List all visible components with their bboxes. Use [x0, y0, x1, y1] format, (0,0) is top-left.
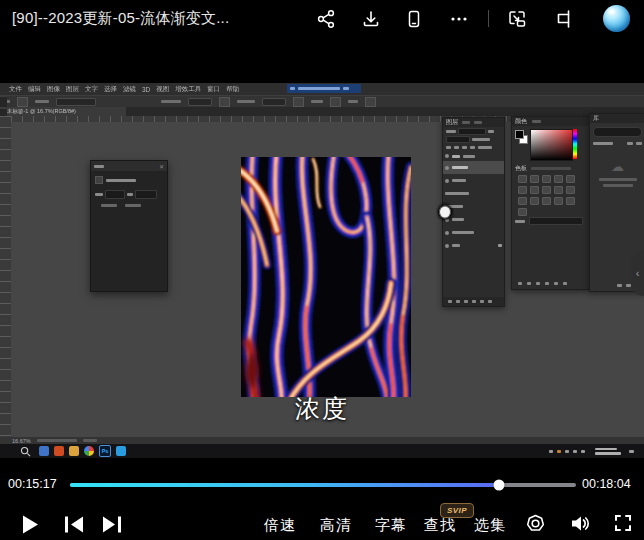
- header-separator: [488, 10, 489, 27]
- share-icon: [316, 9, 336, 29]
- next-icon: [102, 516, 122, 533]
- layers-panel-title: 图层: [446, 118, 458, 127]
- cast-icon: [553, 8, 575, 30]
- ps-menu-item: 视图: [156, 85, 169, 94]
- total-duration: 00:18:04: [582, 477, 631, 491]
- fullscreen-icon: [614, 514, 632, 532]
- play-icon: [22, 515, 39, 534]
- fg-bg-swatches: [515, 130, 527, 144]
- quality-button[interactable]: 高清: [320, 516, 352, 535]
- ps-document-tab: 未标题-1 @ 16.7%(RGB/8#): [4, 107, 126, 116]
- windows-taskbar: Ps: [0, 444, 644, 458]
- swatches-panel-title: 色板: [515, 164, 527, 173]
- speed-button[interactable]: 倍速: [264, 516, 296, 535]
- progress-thumb[interactable]: [494, 480, 505, 491]
- volume-button[interactable]: [570, 514, 591, 537]
- libraries-panel-title: 库: [593, 114, 599, 123]
- app-window: [90]--2023更新-05-流体渐变文...: [0, 0, 644, 540]
- taskbar-chrome-icon: [84, 446, 94, 456]
- ps-status-bar: 16.67%: [0, 437, 644, 444]
- taskbar-system-tray: [549, 448, 644, 455]
- share-button[interactable]: [315, 8, 337, 30]
- ps-layers-panel: 图层: [442, 117, 505, 307]
- fluid-artwork: [241, 157, 411, 397]
- taskbar-search-icon: [20, 446, 31, 457]
- shutter-icon: [526, 514, 545, 533]
- episodes-button[interactable]: 选集: [474, 516, 506, 535]
- video-title: [90]--2023更新-05-流体渐变文...: [12, 9, 229, 28]
- download-icon: [361, 9, 381, 29]
- cast-button[interactable]: [553, 8, 575, 30]
- ps-menu-item: 文字: [85, 85, 98, 94]
- ps-menu-item: 图像: [47, 85, 60, 94]
- volume-icon: [570, 514, 591, 533]
- search-in-video-button[interactable]: 查找: [424, 516, 456, 535]
- ps-menu-item: 3D: [142, 86, 150, 93]
- taskbar-app-icon: [54, 446, 64, 456]
- previous-icon: [64, 516, 84, 533]
- ps-menu-item: 图层: [66, 85, 79, 94]
- layer-row: [443, 239, 504, 252]
- ps-menu-item: 增效工具: [175, 85, 201, 94]
- ps-menu-item: 编辑: [28, 85, 41, 94]
- ps-menu-item: 文件: [9, 85, 22, 94]
- ps-menu-item: 帮助: [226, 85, 239, 94]
- fullscreen-button[interactable]: [614, 514, 632, 536]
- layer-row: [443, 226, 504, 239]
- libraries-search-box: [593, 127, 642, 137]
- layer-row: [443, 213, 504, 226]
- ps-menu-item: 窗口: [207, 85, 220, 94]
- ps-vertical-ruler: [0, 116, 11, 437]
- ps-menu-item: 选择: [104, 85, 117, 94]
- user-avatar[interactable]: [603, 5, 630, 32]
- more-button[interactable]: [448, 8, 470, 30]
- layer-row: [443, 151, 504, 161]
- play-button[interactable]: [22, 515, 39, 538]
- ps-options-bar: [0, 95, 644, 107]
- progress-fill: [70, 483, 499, 487]
- next-button[interactable]: [102, 516, 122, 537]
- taskbar-folder-icon: [69, 446, 79, 456]
- video-frame[interactable]: 文件编辑图像图层文字选择滤镜3D视图增效工具窗口帮助 未标题-1 @ 16.7%…: [0, 60, 644, 458]
- current-time: 00:15:17: [8, 477, 57, 491]
- ps-menu-item: 滤镜: [123, 85, 136, 94]
- color-saturation-square: [530, 129, 573, 161]
- ps-color-panel: 颜色 色板: [511, 116, 590, 290]
- mobile-button[interactable]: [403, 8, 425, 30]
- ps-workspace-chip: [287, 84, 361, 93]
- subtitles-button[interactable]: 字幕: [375, 516, 407, 535]
- previous-button[interactable]: [64, 516, 84, 537]
- ps-zoom-level: 16.67%: [12, 438, 31, 444]
- taskbar-photoshop-icon: Ps: [99, 445, 111, 457]
- side-drawer-handle[interactable]: ‹: [631, 250, 644, 296]
- shutter-button[interactable]: [526, 514, 545, 537]
- glyph-grid: [518, 175, 582, 216]
- video-subtitle: 浓度: [0, 392, 644, 425]
- more-icon: [449, 9, 469, 29]
- color-hue-strip: [573, 129, 577, 159]
- layer-row: [443, 200, 504, 213]
- ps-floating-panel: ✕: [90, 160, 168, 292]
- layer-row-selected: [443, 161, 504, 174]
- taskbar-app-icon: [39, 446, 49, 456]
- mobile-icon: [404, 9, 424, 29]
- layer-row: [443, 187, 504, 200]
- taskbar-app-icon: [116, 446, 126, 456]
- download-button[interactable]: [360, 8, 382, 30]
- progress-bar[interactable]: [70, 483, 576, 487]
- color-panel-title: 颜色: [515, 117, 527, 126]
- pip-button[interactable]: [506, 8, 528, 30]
- layer-row: [443, 174, 504, 187]
- chevron-left-icon: ‹: [636, 267, 640, 279]
- cloud-icon: ☁: [590, 159, 644, 174]
- picture-in-picture-icon: [506, 8, 528, 30]
